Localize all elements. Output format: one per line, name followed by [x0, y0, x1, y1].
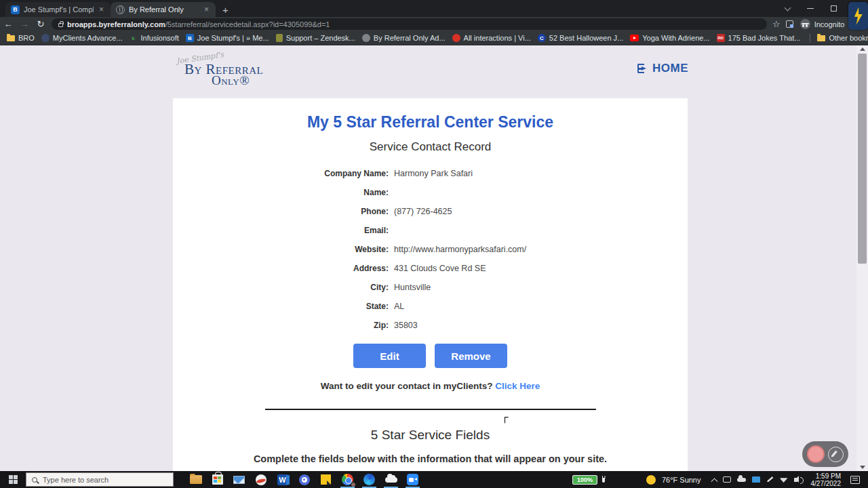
- bookmark-label: All interactions | Vi...: [464, 34, 531, 42]
- b-favicon: B: [186, 34, 194, 42]
- taskbar-search[interactable]: Type here to search: [26, 472, 174, 487]
- tray-expand-chevron-icon[interactable]: [711, 478, 717, 485]
- extension-overlay-badge[interactable]: [848, 2, 868, 30]
- microsoft-store-button[interactable]: [210, 472, 224, 487]
- zendesk-favicon: [276, 34, 283, 42]
- logout-arrow-icon: [637, 64, 648, 73]
- bookmark-joe-stumpfs[interactable]: B Joe Stumpf's | » Me...: [186, 34, 269, 42]
- bookmark-bad-jokes[interactable]: RD 175 Bad Jokes That...: [717, 34, 801, 42]
- chrome-button[interactable]: [340, 472, 355, 487]
- tab-by-referral-only[interactable]: By Referral Only ×: [111, 2, 216, 17]
- paint3d-button[interactable]: [254, 472, 268, 487]
- weather-sun-icon: [646, 475, 656, 485]
- minimize-icon: [807, 8, 814, 9]
- bookmark-halloween-jokes[interactable]: C 52 Best Halloween J...: [538, 34, 623, 42]
- bookmark-label: Joe Stumpf's | » Me...: [197, 34, 269, 42]
- incognito-label: Incognito: [814, 20, 845, 28]
- other-bookmarks-button[interactable]: Other bookmarks: [817, 34, 868, 42]
- scroll-down-arrow-icon[interactable]: [860, 466, 865, 469]
- field-label: City:: [173, 283, 389, 292]
- weather-text[interactable]: 76°F Sunny: [662, 476, 701, 484]
- tab-close-icon[interactable]: ×: [98, 5, 105, 14]
- back-button[interactable]: ←: [0, 19, 16, 29]
- field-row-zip: Zip: 35803: [173, 316, 688, 335]
- folder-icon: [817, 35, 825, 41]
- edge-button[interactable]: [362, 472, 376, 487]
- edit-contact-prompt: Want to edit your contact in myClients? …: [173, 381, 688, 391]
- bookmark-label: By Referral Only Ad...: [374, 34, 446, 42]
- file-explorer-button[interactable]: [189, 472, 203, 487]
- field-value: AL: [394, 302, 404, 311]
- bookmark-byreferralonly-ad[interactable]: By Referral Only Ad...: [362, 34, 446, 42]
- battery-indicator[interactable]: 100%: [572, 475, 597, 485]
- service-fields-title: 5 Star Service Fields: [173, 428, 688, 443]
- zoom-button[interactable]: [406, 472, 420, 487]
- bookmark-myclients[interactable]: MyClients Advance...: [41, 34, 123, 42]
- new-tab-button[interactable]: +: [222, 4, 229, 17]
- bookmark-yoga[interactable]: Yoga With Adriene...: [630, 34, 709, 42]
- cloud-app-button[interactable]: [384, 472, 398, 487]
- prompt-text: Want to edit your contact in myClients?: [321, 381, 493, 391]
- annotate-button[interactable]: [828, 447, 844, 462]
- scroll-up-arrow-icon[interactable]: [860, 47, 865, 51]
- field-row-website: Website: http://www.harmonyparksafari.co…: [173, 240, 688, 259]
- page-subtitle: Service Contact Record: [173, 140, 688, 154]
- page-title: My 5 Star Referral Center Service: [173, 113, 688, 131]
- settings-button[interactable]: [297, 472, 311, 487]
- bookmark-all-interactions[interactable]: All interactions | Vi...: [452, 34, 531, 42]
- field-label: Address:: [173, 264, 389, 273]
- action-buttons: Edit Remove: [173, 344, 688, 368]
- chrome-profile-badge: [351, 482, 356, 487]
- side-panel-icon[interactable]: [786, 20, 793, 28]
- content-card: My 5 Star Referral Center Service Servic…: [173, 98, 688, 471]
- click-here-link[interactable]: Click Here: [495, 381, 540, 391]
- tab-close-icon[interactable]: ×: [203, 5, 210, 14]
- onedrive-cloud-icon[interactable]: [737, 478, 746, 482]
- meet-now-icon[interactable]: [723, 476, 731, 483]
- scrollbar-thumb[interactable]: [858, 54, 867, 264]
- display-cast-icon[interactable]: [752, 476, 760, 483]
- minimize-button[interactable]: [799, 0, 822, 17]
- webpage: Joe Stumpf's By Referral Only® HOME My 5…: [0, 45, 868, 471]
- volume-icon[interactable]: [794, 478, 800, 482]
- forward-button[interactable]: →: [16, 19, 33, 29]
- maximize-button[interactable]: [822, 0, 845, 17]
- bookmark-label: Infusionsoft: [141, 34, 179, 42]
- tab-search-button[interactable]: [776, 0, 799, 17]
- bookmark-zendesk[interactable]: Support – Zendesk...: [276, 34, 355, 42]
- by-referral-only-logo: Joe Stumpf's By Referral Only®: [175, 51, 277, 86]
- logo-line2: Only®: [212, 75, 277, 86]
- home-button[interactable]: HOME: [637, 62, 688, 75]
- envelope-icon: [233, 476, 245, 484]
- bookmark-infusionsoft[interactable]: k Infusionsoft: [130, 34, 179, 42]
- wifi-icon[interactable]: [780, 476, 788, 483]
- paint3d-icon: [256, 474, 267, 485]
- start-button[interactable]: [0, 471, 26, 488]
- rd-favicon: RD: [717, 34, 725, 42]
- page-scrollbar[interactable]: [856, 45, 868, 471]
- sticky-note-icon: [321, 474, 331, 485]
- address-bar[interactable]: broapps.byreferralonly.com/5starreferral…: [52, 18, 767, 30]
- field-value: 431 Clouds Cove Rd SE: [394, 264, 486, 273]
- record-button[interactable]: [807, 445, 825, 463]
- bookmark-bro[interactable]: BRO: [7, 34, 35, 42]
- pen-icon[interactable]: [766, 479, 774, 481]
- tab-completed-courses[interactable]: B Joe Stumpf's | Completed Course ×: [5, 2, 111, 17]
- youtube-icon: [630, 35, 639, 41]
- globe-favicon: [362, 34, 370, 42]
- field-value: (877) 726-4625: [394, 207, 452, 216]
- bookmark-star-icon[interactable]: ☆: [772, 19, 781, 29]
- action-center-icon[interactable]: [850, 476, 860, 484]
- mail-button[interactable]: [232, 472, 246, 487]
- folder-icon: [7, 35, 15, 41]
- bookmarks-separator: [810, 34, 810, 43]
- clock[interactable]: 1:59 PM 4/27/2022: [811, 472, 842, 487]
- sticky-notes-button[interactable]: [319, 472, 333, 487]
- word-button[interactable]: W: [275, 472, 290, 487]
- tab-title: By Referral Only: [129, 5, 199, 14]
- edit-button[interactable]: Edit: [353, 344, 426, 368]
- remove-button[interactable]: Remove: [435, 344, 507, 368]
- folder-icon: [190, 475, 202, 484]
- reload-button[interactable]: ↻: [33, 19, 49, 29]
- section-divider: [265, 409, 596, 410]
